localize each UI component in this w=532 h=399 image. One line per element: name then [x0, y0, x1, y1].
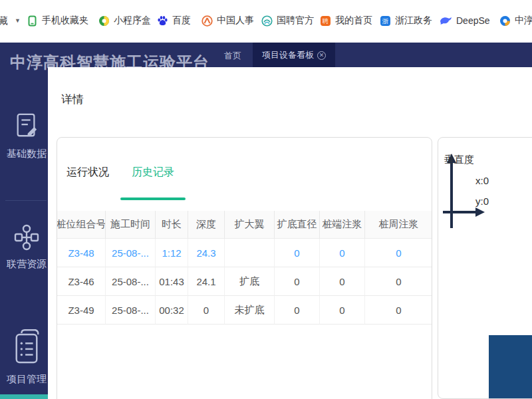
browser-bookmarks-bar: 藏 ▼ 手机收藏夹 小程序盒 百度: [0, 0, 532, 43]
baidu-paw-icon: [157, 15, 168, 27]
chart-placeholder-panel: [489, 335, 532, 399]
active-tab-underline: [120, 198, 186, 200]
x-value: x:0: [475, 175, 489, 186]
modal-title: 详情: [61, 92, 84, 107]
table-cell[interactable]: 25-08-...: [106, 239, 156, 267]
pin-badge-icon: 聘: [320, 15, 331, 27]
col-header-side-grouting: 桩周注浆: [365, 211, 432, 239]
nav-tab-home[interactable]: 首页: [214, 43, 251, 68]
bookmark-zhongchun[interactable]: 中淳高科: [499, 10, 532, 31]
y-value: y:0: [475, 196, 489, 207]
table-cell[interactable]: 0: [320, 267, 365, 296]
bookmark-label: 手机收藏夹: [42, 15, 88, 27]
table-cell[interactable]: 0: [320, 296, 365, 325]
bookmark-china-renshi[interactable]: 中国人事: [201, 10, 254, 31]
bookmarks-folder-label[interactable]: 藏: [0, 11, 8, 31]
table-cell[interactable]: 0: [275, 239, 320, 267]
col-header-work-time: 施工时间: [106, 211, 156, 239]
bookmark-miniprogram[interactable]: 小程序盒: [98, 10, 151, 31]
col-header-depth: 深度: [188, 211, 225, 239]
table-cell[interactable]: 0: [365, 296, 432, 325]
screen: 中淳高科智慧施工运验平台 首页 项目设备看板 ✕ 基础数据 联营资源: [0, 0, 532, 399]
table-cell[interactable]: 00:32: [156, 296, 188, 325]
china-renshi-icon: [201, 15, 213, 27]
svg-text:浙: 浙: [382, 18, 388, 25]
nav-tab-label: 项目设备看板: [262, 49, 314, 61]
nav-tab-project-device-board[interactable]: 项目设备看板 ✕: [253, 43, 335, 68]
bookmark-label: 国聘官方: [277, 15, 314, 27]
col-header-pile-group: 桩位组合号: [57, 211, 106, 239]
table-cell[interactable]: 01:43: [156, 267, 188, 296]
bookmark-deepseek[interactable]: DeepSe: [440, 10, 490, 31]
miniprogram-icon: [98, 15, 110, 27]
verticality-label: 垂直度: [444, 154, 474, 166]
bookmark-my-homepage[interactable]: 聘 我的首页: [320, 10, 372, 31]
table-cell[interactable]: 0: [365, 267, 432, 296]
sidebar-item-label: 项目管理: [0, 373, 53, 386]
table-cell[interactable]: 24.1: [188, 267, 225, 296]
table-cell[interactable]: 0: [275, 267, 320, 296]
tab-history-record[interactable]: 历史记录: [120, 166, 186, 180]
sidebar-item-project-management[interactable]: 项目管理: [0, 328, 53, 386]
verticality-card: 垂直度 x:0 y:0 施工 施工 扩大翼 扩: [438, 137, 532, 399]
table-cell[interactable]: 0: [320, 239, 365, 267]
bookmark-label: 小程序盒: [114, 15, 151, 27]
bookmark-label: DeepSe: [456, 15, 490, 26]
table-cell[interactable]: 未扩底: [225, 296, 275, 325]
bookmark-label: 中淳高科: [515, 15, 532, 27]
table-cell[interactable]: [225, 239, 275, 267]
bookmark-baidu[interactable]: 百度: [157, 10, 191, 31]
table-cell[interactable]: 1:12: [156, 239, 188, 267]
table-cell[interactable]: 25-08-...: [106, 296, 156, 325]
bookmark-zhejiang-gov[interactable]: 浙 浙江政务: [380, 10, 432, 31]
table-cell[interactable]: Z3-49: [57, 296, 106, 325]
bookmark-label: 我的首页: [335, 15, 372, 27]
table-cell[interactable]: Z3-48: [57, 239, 106, 267]
sidebar-item-label: 基础数据: [0, 148, 53, 160]
sidebar-item-basic-data[interactable]: 基础数据: [0, 112, 53, 160]
phone-bookmark-icon: [27, 15, 38, 27]
col-header-duration: 时长: [156, 211, 188, 239]
tab-running-status[interactable]: 运行状况: [66, 166, 110, 180]
table-cell[interactable]: Z3-46: [57, 267, 106, 296]
tab-close-icon[interactable]: ✕: [317, 51, 326, 60]
clipboard-icon: [13, 328, 41, 366]
col-header-expand-wing: 扩大翼: [225, 211, 275, 239]
zhongchun-logo-icon: [499, 15, 511, 27]
bookmark-label: 浙江政务: [395, 15, 432, 27]
bookmark-label: 中国人事: [217, 15, 254, 27]
guopin-arcs-icon: [261, 15, 273, 27]
table-cell[interactable]: 0: [275, 296, 320, 325]
sidebar-bottom-accent: [0, 394, 53, 399]
table-cell[interactable]: 24.3: [188, 239, 225, 267]
bookmark-guopin-official[interactable]: 国聘官方: [261, 10, 314, 31]
history-card: 运行状况 历史记录 桩位组合号 施工时间 时长 深度 扩大翼 扩底直径 桩端注浆…: [57, 137, 432, 399]
col-header-tip-grouting: 桩端注浆: [320, 211, 365, 239]
bookmark-phone-favorites[interactable]: 手机收藏夹: [27, 10, 88, 31]
table-cell[interactable]: 0: [188, 296, 225, 325]
sidebar-item-label: 联营资源: [0, 258, 53, 271]
network-icon: [13, 223, 40, 251]
table-cell[interactable]: 25-08-...: [106, 267, 156, 296]
doc-edit-icon: [14, 112, 39, 141]
sidebar-divider: [5, 200, 47, 201]
sidebar-item-joint-resources[interactable]: 联营资源: [0, 223, 53, 271]
zhejiang-gov-icon: 浙: [380, 15, 391, 27]
col-header-base-diameter: 扩底直径: [275, 211, 320, 239]
deepseek-whale-icon: [440, 16, 452, 26]
detail-modal: 详情 运行状况 历史记录 桩位组合号 施工时间 时长 深度 扩大翼 扩底直径 桩…: [48, 67, 532, 399]
table-cell[interactable]: 0: [365, 239, 432, 267]
svg-text:聘: 聘: [322, 18, 329, 25]
bookmark-label: 百度: [172, 15, 191, 27]
chevron-down-icon[interactable]: ▼: [15, 11, 21, 31]
history-table: 桩位组合号 施工时间 时长 深度 扩大翼 扩底直径 桩端注浆 桩周注浆 Z3-4…: [57, 211, 432, 325]
table-cell[interactable]: 扩底: [225, 267, 275, 296]
